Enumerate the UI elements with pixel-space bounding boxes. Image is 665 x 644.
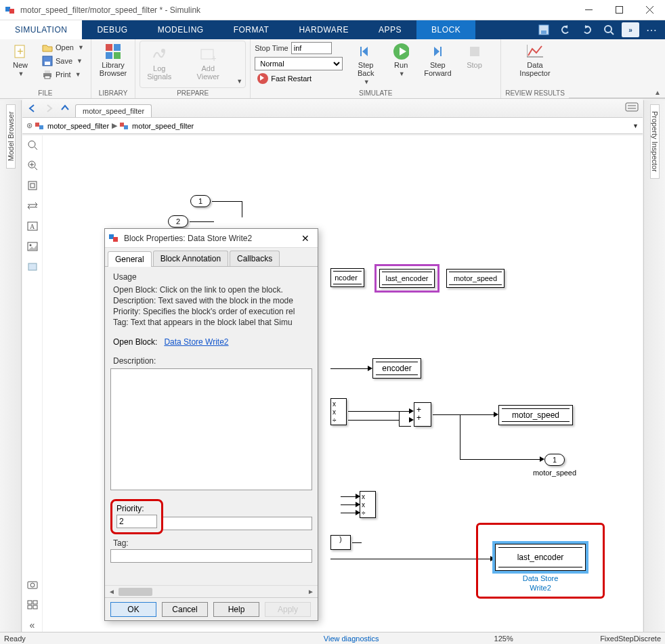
model-tab[interactable]: motor_speed_filter: [75, 104, 152, 117]
openblock-link[interactable]: Data Store Write2: [164, 337, 228, 347]
model-browser-toggle[interactable]: Model Browser: [6, 104, 16, 169]
tag-input[interactable]: [110, 549, 312, 563]
svg-rect-24: [360, 47, 362, 56]
dialog-h-scrollbar[interactable]: ◄ ►: [105, 585, 318, 597]
dialog-tab-annotation[interactable]: Block Annotation: [153, 251, 228, 266]
inport-2[interactable]: 2: [168, 215, 188, 228]
expand-icon[interactable]: »: [622, 22, 639, 37]
svg-rect-58: [109, 234, 114, 239]
path-root[interactable]: motor_speed_filter: [47, 122, 109, 130]
tab-block[interactable]: BLOCK: [416, 20, 475, 39]
dialog-title-bar[interactable]: Block Properties: Data Store Write2 ✕: [105, 229, 318, 248]
sim-mode-select[interactable]: Normal: [255, 57, 343, 70]
model-data-icon[interactable]: [26, 598, 39, 611]
collapse-icon[interactable]: «: [26, 618, 39, 632]
quick-access-toolbar: » ⋯: [535, 20, 665, 39]
help-button[interactable]: Help: [213, 602, 259, 617]
dsw-encoder[interactable]: encoder: [372, 358, 421, 379]
dialog-tab-callbacks[interactable]: Callbacks: [230, 251, 280, 266]
group-review: Data Inspector REVIEW RESULTS: [501, 39, 569, 98]
area-icon[interactable]: [26, 260, 39, 274]
group-prepare-label: PREPARE: [140, 88, 246, 98]
dialog-close-icon[interactable]: ✕: [297, 230, 314, 246]
open-button[interactable]: Open▼: [39, 41, 87, 54]
tab-debug[interactable]: DEBUG: [82, 20, 142, 39]
dialog-body: Usage Open Block: Click on the link to o…: [105, 267, 318, 585]
property-inspector-toggle[interactable]: Property Inspector: [650, 104, 660, 179]
keyboard-icon[interactable]: [625, 102, 640, 114]
run-button[interactable]: Run▼: [385, 41, 417, 80]
group-simulate: Stop Time Normal Fast Restart Step Back▼…: [251, 39, 501, 98]
nav-up-icon[interactable]: [58, 102, 72, 115]
svg-rect-18: [114, 44, 121, 51]
scroll-thumb[interactable]: [119, 588, 152, 596]
tab-hardware[interactable]: HARDWARE: [284, 20, 364, 39]
zoom-level[interactable]: 125%: [494, 635, 513, 643]
stoptime-input[interactable]: [291, 42, 332, 54]
scroll-left-icon[interactable]: ◄: [106, 588, 117, 595]
outport-1[interactable]: 1: [544, 454, 565, 466]
search-icon[interactable]: [600, 22, 618, 37]
step-back-button[interactable]: Step Back▼: [349, 41, 382, 88]
ribbon-collapse-icon[interactable]: ▲: [654, 89, 661, 96]
tab-format[interactable]: FORMAT: [219, 20, 284, 39]
dsw-last-encoder[interactable]: last_encoder: [495, 544, 586, 571]
dsm-encoder-partial[interactable]: ncoder: [330, 268, 364, 287]
gain-block[interactable]: ): [330, 535, 351, 550]
product-block-1[interactable]: xx÷: [330, 398, 347, 425]
svg-rect-30: [626, 103, 638, 111]
dialog-buttons: OK Cancel Help Apply: [105, 597, 318, 620]
stop-button: Stop: [458, 41, 491, 72]
zoom-icon[interactable]: [26, 158, 39, 172]
data-inspector-button[interactable]: Data Inspector: [515, 41, 554, 80]
minimize-button[interactable]: [574, 0, 604, 20]
undo-icon[interactable]: [557, 22, 574, 37]
fit-selection-icon[interactable]: [26, 179, 39, 192]
print-button[interactable]: Print▼: [39, 68, 87, 81]
path-child[interactable]: motor_speed_filter: [132, 122, 194, 130]
toggle-sample-time-icon[interactable]: [26, 199, 39, 213]
fast-restart-button[interactable]: Fast Restart: [255, 72, 343, 85]
path-dropdown-icon[interactable]: ▼: [632, 123, 639, 129]
cancel-button[interactable]: Cancel: [162, 602, 208, 617]
dsm-last-encoder[interactable]: last_encoder: [379, 269, 435, 288]
scroll-right-icon[interactable]: ►: [305, 588, 316, 595]
nav-back-icon[interactable]: [25, 102, 40, 115]
priority-input[interactable]: [116, 515, 157, 528]
hide-browser-icon[interactable]: ⊛: [26, 121, 33, 130]
save-button[interactable]: Save▼: [39, 54, 87, 68]
solver-label[interactable]: FixedStepDiscrete: [600, 635, 661, 643]
more-icon[interactable]: ⋯: [643, 24, 661, 37]
svg-rect-34: [39, 125, 43, 129]
inport-1[interactable]: 1: [190, 195, 211, 207]
svg-rect-33: [35, 123, 39, 127]
maximize-button[interactable]: [604, 0, 635, 20]
dialog-icon: [109, 233, 120, 244]
dsm-motor-speed[interactable]: motor_speed: [446, 269, 505, 288]
svg-rect-51: [28, 263, 37, 270]
add-viewer-button: + Add Viewer: [192, 44, 224, 83]
tab-apps[interactable]: APPS: [364, 20, 416, 39]
step-forward-button[interactable]: Step Forward: [420, 41, 455, 80]
product-block-2[interactable]: xx÷: [360, 491, 376, 518]
view-diagnostics-link[interactable]: View diagnostics: [324, 635, 379, 643]
dsw-last-encoder-caption-1: Data Store: [510, 574, 571, 582]
screenshot-icon[interactable]: [26, 578, 39, 591]
redo-icon[interactable]: [578, 22, 596, 37]
save-icon[interactable]: [535, 22, 553, 37]
image-icon[interactable]: [26, 240, 39, 253]
dsw-motor-speed[interactable]: motor_speed: [498, 405, 573, 425]
tab-simulation[interactable]: SIMULATION: [0, 20, 82, 39]
ok-button[interactable]: OK: [110, 602, 156, 617]
dialog-tab-general[interactable]: General: [108, 251, 152, 267]
group-prepare: Log Signals + Add Viewer ▼ PREPARE: [135, 39, 251, 98]
sum-block[interactable]: ++: [414, 402, 431, 427]
tab-modeling[interactable]: MODELING: [143, 20, 219, 39]
annotation-icon[interactable]: A: [26, 219, 39, 233]
new-button[interactable]: + New ▼: [4, 41, 37, 80]
description-textarea[interactable]: [110, 368, 312, 490]
fit-view-icon[interactable]: [26, 138, 39, 152]
library-browser-button[interactable]: Library Browser: [95, 41, 131, 80]
svg-rect-44: [30, 184, 35, 188]
close-button[interactable]: [635, 0, 665, 20]
